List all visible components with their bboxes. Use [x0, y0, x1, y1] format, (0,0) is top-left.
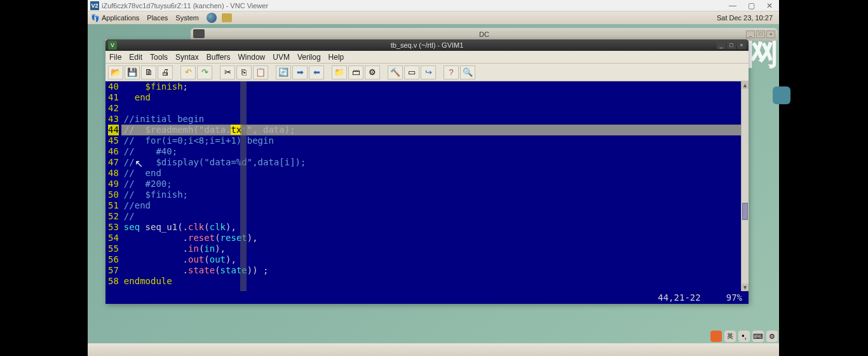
- gnome-foot-icon[interactable]: 👣: [90, 13, 100, 23]
- code-line[interactable]: .out(out),: [121, 254, 741, 265]
- gvim-logo-icon: V: [108, 41, 117, 50]
- gvim-editor-area[interactable]: 40414243444546474849505152535455565758 $…: [105, 81, 749, 291]
- dc-maximize-button[interactable]: □: [756, 31, 765, 38]
- gvim-window-controls: _ □ ×: [717, 41, 746, 49]
- menu-syntax[interactable]: Syntax: [175, 53, 199, 62]
- code-line[interactable]: .state(state)) ;: [121, 265, 741, 276]
- paste-icon[interactable]: 📋: [253, 65, 268, 79]
- shell-icon[interactable]: ▭: [404, 65, 419, 79]
- undo-icon[interactable]: ↶: [180, 65, 196, 79]
- browser-launcher-icon[interactable]: [207, 13, 217, 23]
- line-number: 42: [108, 103, 119, 114]
- menu-edit[interactable]: Edit: [129, 53, 142, 62]
- gvim-statusline: 44,21-22 97%: [105, 291, 749, 304]
- ime-keyboard-icon[interactable]: ⌨: [752, 331, 764, 342]
- gvim-maximize-button[interactable]: □: [727, 41, 736, 49]
- menu-verilog[interactable]: Verilog: [297, 53, 321, 62]
- menu-file[interactable]: File: [109, 53, 121, 62]
- line-number: 49: [108, 179, 119, 189]
- dc-terminal-tab-icon[interactable]: [193, 29, 205, 38]
- line-number: 52: [108, 211, 119, 222]
- dc-window-title: DC: [479, 31, 489, 38]
- ime-sogou-icon[interactable]: [710, 331, 722, 342]
- scrollbar-thumb[interactable]: [742, 203, 748, 219]
- ime-settings-icon[interactable]: ⚙: [766, 331, 778, 342]
- ctags-icon[interactable]: ↪: [421, 65, 436, 79]
- code-line[interactable]: // $finish;: [121, 189, 741, 200]
- code-line[interactable]: end: [121, 92, 741, 103]
- screenshot-launcher-icon[interactable]: [222, 13, 232, 22]
- redo-icon[interactable]: ↷: [197, 65, 212, 79]
- loadsession-icon[interactable]: 📁: [332, 65, 347, 79]
- scrollbar-down-icon[interactable]: ▼: [742, 284, 749, 291]
- code-line[interactable]: // end: [121, 168, 741, 179]
- menu-buffers[interactable]: Buffers: [207, 53, 231, 62]
- code-line[interactable]: // #200;: [121, 179, 741, 189]
- vertical-scrollbar[interactable]: ▲ ▼: [741, 81, 749, 291]
- code-line[interactable]: // #40;: [121, 146, 741, 157]
- save-icon[interactable]: 💾: [125, 65, 140, 79]
- gvim-titlebar[interactable]: V tb_seq.v (~/rtl) - GVIM1 _ □ ×: [105, 39, 749, 51]
- gvim-toolbar: 📂 💾 🗎 🖨 ↶ ↷ ✂ ⎘ 📋 🔄 ➡ ⬅ 📁 🗃 ⚙ 🔨 ▭ ↪ ? 🔍: [105, 64, 749, 81]
- help-icon[interactable]: ?: [444, 65, 459, 79]
- code-line[interactable]: endmodule: [121, 276, 741, 287]
- code-line[interactable]: seq seq_u1(.clk(clk),: [121, 222, 741, 233]
- vnc-window-title: iZuf6czk78vc1d7tuysu6rZ:11 (kanchen) - V…: [102, 2, 268, 10]
- code-line[interactable]: //: [121, 211, 741, 222]
- vnc-close-button[interactable]: ✕: [766, 1, 773, 10]
- menu-uvm[interactable]: UVM: [273, 53, 290, 62]
- dc-minimize-button[interactable]: _: [746, 31, 755, 38]
- code-text-area[interactable]: $finish; end//initial begin// $readmemh(…: [121, 81, 741, 291]
- vnc-maximize-button[interactable]: ▢: [748, 1, 755, 10]
- cursor-position: 44,21-22: [658, 292, 700, 303]
- open-icon[interactable]: 📂: [108, 65, 123, 79]
- clock-applet[interactable]: Sat Dec 23, 10:27: [717, 14, 776, 22]
- menu-window[interactable]: Window: [238, 53, 266, 62]
- menu-tools[interactable]: Tools: [150, 53, 168, 62]
- scrollbar-up-icon[interactable]: ▲: [742, 81, 749, 89]
- scroll-percent: 97%: [726, 292, 742, 303]
- gnome-bottom-panel[interactable]: [88, 343, 779, 356]
- code-line[interactable]: .reset(reset),: [121, 233, 741, 243]
- code-line[interactable]: //end: [121, 200, 741, 211]
- code-line[interactable]: // for(i=0;i<8;i=i+1) begin: [121, 135, 741, 146]
- gvim-close-button[interactable]: ×: [737, 41, 746, 49]
- ime-lang-icon[interactable]: 英: [724, 331, 736, 342]
- copy-icon[interactable]: ⎘: [236, 65, 252, 79]
- vnc-icon: V2: [90, 1, 99, 10]
- line-number: 47: [108, 157, 119, 168]
- menu-places[interactable]: Places: [147, 14, 168, 22]
- vnc-minimize-button[interactable]: —: [729, 1, 736, 10]
- vnc-titlebar: V2 iZuf6czk78vc1d7tuysu6rZ:11 (kanchen) …: [88, 0, 779, 11]
- code-line[interactable]: // $readmemh("data.txt", data);: [121, 125, 741, 135]
- ime-punct-icon[interactable]: •,: [738, 331, 750, 342]
- savesession-icon[interactable]: 🗃: [348, 65, 363, 79]
- runscript-icon[interactable]: ⚙: [365, 65, 380, 79]
- menu-system[interactable]: System: [175, 14, 199, 22]
- code-line[interactable]: [121, 103, 741, 114]
- gvim-menubar: File Edit Tools Syntax Buffers Window UV…: [105, 51, 749, 64]
- code-line[interactable]: // $display("data=%d",data[i]);: [121, 157, 741, 168]
- make-icon[interactable]: 🔨: [388, 65, 403, 79]
- replace-icon[interactable]: 🔄: [276, 65, 291, 79]
- code-line[interactable]: //initial begin: [121, 114, 741, 125]
- findprev-icon[interactable]: ⬅: [309, 65, 324, 79]
- letterbox-right: [779, 0, 868, 356]
- line-number: 50: [108, 189, 119, 200]
- menu-help[interactable]: Help: [329, 53, 344, 62]
- dc-window-titlebar[interactable]: DC _ □ ×: [191, 28, 778, 41]
- line-number: 51: [108, 200, 119, 211]
- menu-applications[interactable]: Applications: [102, 14, 139, 22]
- code-line[interactable]: $finish;: [121, 81, 741, 92]
- desktop-widget-icon[interactable]: [773, 86, 790, 104]
- line-number: 46: [108, 146, 119, 157]
- gvim-minimize-button[interactable]: _: [717, 41, 726, 49]
- line-number: 55: [108, 243, 119, 254]
- findhelp-icon[interactable]: 🔍: [460, 65, 475, 79]
- print-icon[interactable]: 🖨: [158, 65, 173, 79]
- save-all-icon[interactable]: 🗎: [141, 65, 156, 79]
- findnext-icon[interactable]: ➡: [292, 65, 308, 79]
- code-line[interactable]: .in(in),: [121, 243, 741, 254]
- dc-close-button[interactable]: ×: [766, 31, 775, 38]
- cut-icon[interactable]: ✂: [220, 65, 235, 79]
